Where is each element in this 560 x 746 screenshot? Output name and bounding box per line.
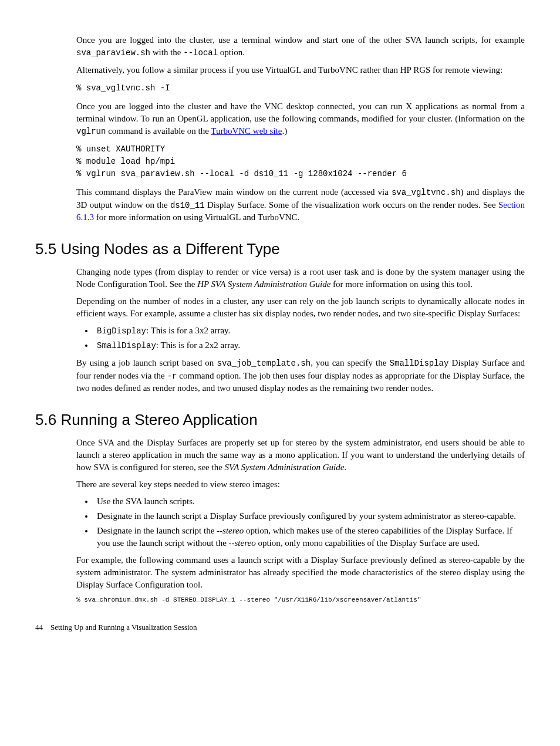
- code-block: % sva_vgltvnc.sh -I: [76, 82, 525, 94]
- text: Display Surface. Some of the visualizati…: [205, 200, 498, 210]
- text: .): [282, 126, 287, 136]
- text: Designate in the launch script the: [97, 526, 217, 535]
- turbovnc-link[interactable]: TurboVNC web site: [211, 126, 282, 136]
- inline-code: --local: [183, 48, 218, 58]
- inline-code: BigDisplay: [97, 326, 146, 336]
- section-title: Running a Stereo Application: [56, 411, 258, 428]
- italic-text: SVA System Administration Guide: [225, 463, 345, 472]
- text: option.: [218, 48, 245, 57]
- text: Once you are logged into the cluster, us…: [76, 35, 525, 45]
- list-item: BigDisplay: This is for a 3x2 array.: [94, 325, 525, 337]
- inline-code: ds10_11: [170, 201, 205, 210]
- list-item: Designate in the launch script a Display…: [94, 510, 525, 522]
- paragraph: Changing node types (from display to ren…: [76, 266, 525, 291]
- italic-text: --stereo: [229, 538, 256, 548]
- code-block: % unset XAUTHORITY % module load hp/mpi …: [76, 143, 525, 180]
- text: with the: [150, 48, 183, 57]
- inline-code: SmallDisplay: [390, 359, 449, 368]
- paragraph: Once SVA and the Display Surfaces are pr…: [76, 437, 525, 474]
- section-heading-5-5: 5.5 Using Nodes as a Different Type: [35, 238, 525, 259]
- list-item: Use the SVA launch scripts.: [94, 495, 525, 508]
- inline-code: sva_paraview.sh: [76, 48, 150, 58]
- paragraph: By using a job launch script based on sv…: [76, 357, 525, 394]
- text: for more information on using VirtualGL …: [94, 212, 299, 222]
- text: : This is for a 3x2 array.: [146, 326, 230, 335]
- page-content: Once you are logged into the cluster, us…: [76, 34, 525, 605]
- italic-text: --stereo: [217, 526, 244, 535]
- inline-code: vglrun: [76, 127, 106, 136]
- list-item: Designate in the launch script the --ste…: [94, 525, 525, 549]
- paragraph: There are several key steps needed to vi…: [76, 478, 525, 491]
- page-footer: 44 Setting Up and Running a Visualizatio…: [35, 622, 525, 633]
- footer-text: Setting Up and Running a Visualization S…: [50, 623, 197, 632]
- section-number: 5.5: [35, 238, 56, 259]
- bullet-list: BigDisplay: This is for a 3x2 array. Sma…: [76, 325, 525, 352]
- list-item: SmallDisplay: This is for a 2x2 array.: [94, 339, 525, 352]
- section-number: 5.6: [35, 409, 56, 430]
- italic-text: HP SVA System Administration Guide: [197, 279, 330, 289]
- paragraph: Once you are logged into the cluster and…: [76, 100, 525, 138]
- text: : This is for a 2x2 array.: [156, 340, 240, 350]
- text: option, only mono capabilities of the Di…: [256, 538, 480, 548]
- paragraph: This command displays the ParaView main …: [76, 186, 525, 224]
- inline-code: sva_vgltvnc.sh: [392, 188, 461, 197]
- paragraph: Once you are logged into the cluster, us…: [76, 34, 525, 59]
- bullet-list: Use the SVA launch scripts. Designate in…: [76, 495, 525, 549]
- text: By using a job launch script based on: [76, 358, 217, 367]
- section-heading-5-6: 5.6 Running a Stereo Application: [35, 409, 525, 430]
- text: , you can specify the: [311, 358, 389, 367]
- text: Once you are logged into the cluster and…: [76, 102, 525, 123]
- text: This command displays the ParaView main …: [76, 187, 392, 197]
- inline-code: -r: [167, 372, 177, 381]
- paragraph: Depending on the number of nodes in a cl…: [76, 295, 525, 320]
- paragraph: Alternatively, you follow a similar proc…: [76, 64, 525, 76]
- inline-code: sva_job_template.sh: [217, 359, 311, 368]
- page-number: 44: [35, 623, 43, 632]
- section-title: Using Nodes as a Different Type: [56, 240, 280, 258]
- text: .: [344, 463, 346, 472]
- paragraph: For example, the following command uses …: [76, 554, 525, 591]
- text: command is available on the: [106, 126, 211, 136]
- inline-code: SmallDisplay: [97, 341, 156, 350]
- text: for more information on using this tool.: [330, 279, 473, 289]
- code-block: % sva_chromium_dmx.sh -d STEREO_DISPLAY_…: [76, 596, 525, 605]
